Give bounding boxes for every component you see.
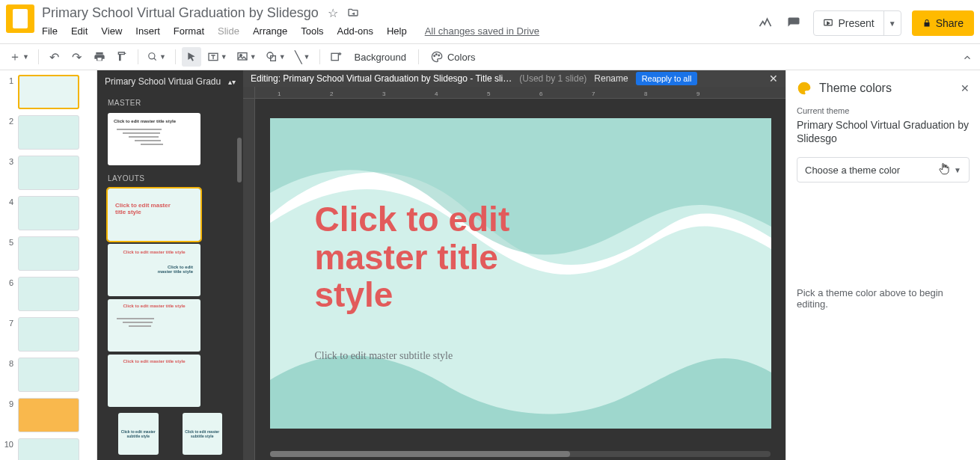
slide-thumbnail-1[interactable]: [18, 75, 79, 109]
svg-point-8: [434, 55, 435, 57]
slide-thumbnail-4[interactable]: [18, 196, 79, 230]
app-logo[interactable]: [6, 4, 34, 33]
editing-title: Editing: Primary School Virtual Graduati…: [251, 73, 512, 84]
select-tool[interactable]: [182, 47, 201, 67]
theme-panel-title: Theme colors: [819, 82, 892, 95]
master-slide-thumb[interactable]: Click to edit master title style: [108, 113, 200, 165]
slide-number: 10: [3, 438, 13, 449]
layout-thumb-5a[interactable]: Click to edit master subtitle style: [118, 413, 159, 455]
ruler-mark: 8: [644, 91, 647, 97]
slide-number: 4: [3, 196, 13, 206]
svg-point-9: [435, 54, 437, 55]
slide-canvas[interactable]: Click to edit master title style Click t…: [270, 118, 771, 429]
layout-thumb-4[interactable]: Click to edit master title style: [108, 355, 200, 407]
canvas-horizontal-scrollbar[interactable]: [270, 451, 771, 457]
background-label: Background: [355, 52, 406, 63]
dropdown-label: Choose a theme color: [805, 165, 900, 176]
theme-color-dropdown[interactable]: Choose a theme color ▼: [797, 157, 970, 183]
close-icon[interactable]: ✕: [961, 82, 970, 94]
menu-view[interactable]: View: [101, 25, 122, 37]
share-button[interactable]: Share: [912, 10, 974, 36]
move-to-folder-icon[interactable]: [347, 7, 359, 19]
background-button[interactable]: Background: [349, 47, 412, 67]
present-label: Present: [838, 17, 874, 29]
paint-format-button[interactable]: [112, 47, 132, 67]
menu-arrange[interactable]: Arrange: [253, 25, 287, 37]
share-label: Share: [936, 17, 964, 29]
ruler-mark: 2: [330, 91, 333, 97]
slide-number: 7: [3, 317, 13, 328]
slide-thumbnail-5[interactable]: [18, 236, 79, 271]
current-theme-name: Primary School Virtual Graduation by Sli…: [797, 118, 970, 145]
layout-thumb-1-text: Click to edit master title style: [115, 202, 180, 215]
present-button[interactable]: Present: [814, 11, 883, 35]
slide-thumbnail-6[interactable]: [18, 277, 79, 311]
undo-button[interactable]: ↶: [45, 47, 64, 67]
ruler-mark: 3: [382, 91, 385, 97]
canvas-area: Editing: Primary School Virtual Graduati…: [243, 70, 785, 460]
layout-thumb-2-text: Click to edit master title style: [123, 250, 185, 254]
menu-format[interactable]: Format: [174, 25, 204, 37]
theme-colors-panel: Theme colors ✕ Current theme Primary Sch…: [785, 70, 980, 460]
slide-number: 6: [3, 277, 13, 287]
master-title-placeholder[interactable]: Click to edit master title style: [315, 200, 569, 314]
menu-file[interactable]: File: [42, 25, 58, 37]
palette-icon: [797, 81, 812, 96]
slide-thumbnail-9[interactable]: [18, 398, 79, 432]
slide-number: 2: [3, 115, 13, 126]
reapply-button[interactable]: Reapply to all: [636, 72, 698, 85]
colors-label: Colors: [447, 52, 476, 63]
rename-button[interactable]: Rename: [594, 73, 628, 84]
slide-thumbnail-7[interactable]: [18, 317, 79, 352]
vertical-ruler[interactable]: [243, 99, 255, 460]
image-tool[interactable]: ▼: [233, 47, 260, 67]
print-button[interactable]: [90, 47, 109, 67]
ruler-mark: 5: [487, 91, 490, 97]
menu-insert[interactable]: Insert: [135, 25, 160, 37]
master-subtitle-placeholder[interactable]: Click to edit master subtitle style: [315, 350, 453, 362]
slide-thumbnail-10[interactable]: [18, 438, 79, 460]
menu-add-ons[interactable]: Add-ons: [337, 25, 373, 37]
layout-thumb-2[interactable]: Click to edit master title style Click t…: [108, 244, 200, 296]
save-status[interactable]: All changes saved in Drive: [425, 25, 539, 37]
cursor-hand-icon: [937, 162, 951, 176]
shape-tool[interactable]: ▼: [263, 47, 289, 67]
slide-thumbnail-8[interactable]: [18, 358, 79, 392]
comments-icon[interactable]: [785, 14, 803, 32]
menu-edit[interactable]: Edit: [71, 25, 88, 37]
line-tool[interactable]: ╲▼: [292, 47, 313, 67]
slide-thumbnail-3[interactable]: [18, 156, 79, 190]
redo-button[interactable]: ↷: [67, 47, 87, 67]
slide-thumbnail-2[interactable]: [18, 115, 79, 150]
ruler-mark: 7: [592, 91, 595, 97]
slide-filmstrip[interactable]: 12345678910: [0, 70, 97, 460]
new-slide-button[interactable]: ＋▼: [6, 47, 32, 67]
textbox-tool[interactable]: ▼: [204, 47, 230, 67]
svg-point-10: [438, 55, 440, 56]
slide-number: 1: [3, 75, 13, 85]
layout-thumb-3[interactable]: Click to edit master title style: [108, 299, 200, 352]
star-icon[interactable]: ☆: [328, 6, 338, 20]
palette-icon: [431, 51, 443, 63]
close-icon[interactable]: ✕: [769, 73, 778, 85]
master-layouts-panel: Primary School Virtual Gradu ▴▾ MASTER C…: [97, 70, 243, 460]
layout-thumb-1[interactable]: Click to edit master title style: [108, 188, 200, 241]
svg-point-1: [149, 53, 155, 59]
menu-help[interactable]: Help: [387, 25, 407, 37]
chevron-updown-icon[interactable]: ▴▾: [228, 78, 236, 86]
horizontal-ruler[interactable]: 123456789: [255, 87, 785, 98]
menu-tools[interactable]: Tools: [301, 25, 323, 37]
layout-thumb-4-text: Click to edit master title style: [123, 359, 185, 364]
document-title[interactable]: Primary School Virtual Graduation by Sli…: [42, 5, 319, 21]
master-panel-scrollbar[interactable]: [237, 138, 242, 183]
chevron-down-icon: ▼: [954, 166, 961, 174]
zoom-button[interactable]: ▼: [144, 47, 169, 67]
colors-button[interactable]: Colors: [425, 47, 482, 67]
present-dropdown[interactable]: ▼: [884, 11, 901, 35]
activity-icon[interactable]: [756, 14, 774, 32]
collapse-toolbar-button[interactable]: [958, 48, 977, 67]
add-placeholder-button[interactable]: [326, 47, 346, 67]
layout-thumb-5b[interactable]: Click to edit master subtitle style: [183, 413, 223, 455]
separator: [319, 49, 320, 64]
ruler-mark: 9: [696, 91, 699, 97]
